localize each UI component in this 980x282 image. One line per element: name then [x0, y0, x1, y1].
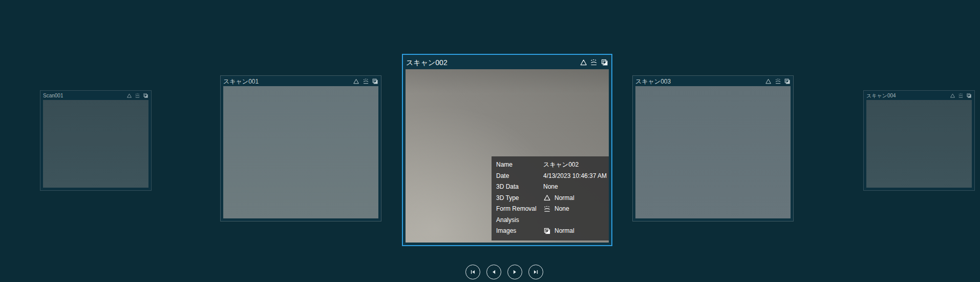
form-removal-icon [958, 93, 964, 98]
previous-button[interactable] [486, 265, 501, 279]
info-value-text: スキャン002 [543, 160, 579, 169]
info-label: Images [496, 227, 543, 234]
info-label: 3D Data [496, 183, 543, 190]
card-header: スキャン002 [406, 58, 608, 66]
3d-type-triangle-icon [765, 78, 772, 85]
card-status-icons [353, 78, 378, 85]
scan-card-scan002-selected[interactable]: スキャン002 Name スキャン002 Date 4/13/2023 10:4… [402, 54, 612, 246]
3d-type-triangle-icon [126, 93, 132, 98]
info-value-text: Normal [555, 194, 574, 202]
card-title: スキャン001 [223, 78, 259, 85]
next-button[interactable] [507, 265, 522, 279]
3d-type-triangle-icon [580, 58, 587, 66]
info-value: None [543, 183, 558, 190]
info-row-3d-type: 3D Type Normal [496, 192, 604, 204]
card-header: スキャン001 [223, 78, 378, 85]
info-value: スキャン002 [543, 160, 579, 169]
form-removal-icon [543, 205, 551, 213]
card-title: スキャン002 [406, 59, 448, 66]
carousel-nav [465, 265, 543, 279]
images-icon [966, 93, 972, 98]
info-value-text: Normal [555, 227, 574, 234]
info-label: Analysis [496, 216, 543, 224]
skip-first-icon [470, 269, 476, 275]
card-header: スキャン003 [635, 78, 791, 85]
scan-thumbnail [43, 100, 148, 188]
info-label: Form Removal [496, 205, 543, 212]
images-icon [372, 78, 378, 85]
info-row-date: Date 4/13/2023 10:46:37 AM [496, 170, 604, 182]
info-value-text: None [543, 183, 558, 190]
3d-type-triangle-icon [353, 78, 359, 85]
skip-first-button[interactable] [465, 265, 480, 279]
3d-type-triangle-icon [950, 93, 955, 98]
next-icon [512, 269, 518, 275]
scan-card-scan003[interactable]: スキャン003 [632, 75, 794, 221]
info-label: 3D Type [496, 194, 543, 202]
previous-icon [491, 269, 497, 275]
form-removal-icon [135, 93, 140, 98]
scan-card-scan001-jp[interactable]: スキャン001 [220, 75, 381, 221]
card-status-icons [765, 78, 791, 85]
scan-card-scan001[interactable]: Scan001 [40, 90, 152, 191]
info-value: None [543, 205, 569, 213]
scan-carousel: Scan001 スキャン001 スキャン002 [0, 0, 980, 282]
scan-thumbnail [866, 100, 972, 188]
card-header: Scan001 [43, 93, 148, 98]
scan-card-scan004[interactable]: スキャン004 [863, 90, 975, 191]
images-icon [543, 227, 551, 235]
card-header: スキャン004 [866, 93, 972, 98]
info-row-images: Images Normal [496, 226, 604, 237]
card-status-icons [126, 93, 148, 98]
info-row-form-removal: Form Removal None [496, 204, 604, 215]
images-icon [143, 93, 148, 98]
info-label: Name [496, 161, 543, 168]
card-title: スキャン004 [866, 93, 896, 98]
skip-last-icon [532, 269, 539, 275]
scan-info-panel: Name スキャン002 Date 4/13/2023 10:46:37 AM … [492, 156, 609, 241]
form-removal-icon [363, 78, 369, 85]
scan-thumbnail [223, 86, 378, 218]
form-removal-icon [590, 58, 598, 66]
images-icon [601, 58, 608, 66]
info-value: 4/13/2023 10:46:37 AM [543, 172, 607, 179]
triangle-icon [543, 194, 551, 202]
skip-last-button[interactable] [528, 265, 543, 279]
images-icon [784, 78, 791, 85]
info-value-text: None [555, 205, 569, 212]
card-title: スキャン003 [635, 78, 671, 85]
info-row-analysis: Analysis [496, 214, 604, 226]
info-row-3d-data: 3D Data None [496, 182, 604, 193]
card-status-icons [950, 93, 972, 98]
info-label: Date [496, 172, 543, 179]
info-value: Normal [543, 227, 574, 235]
card-title: Scan001 [43, 93, 63, 98]
form-removal-icon [775, 78, 781, 85]
card-status-icons [580, 58, 608, 66]
scan-gallery-screen: { "colors": { "background": "#0b2c37", "… [0, 0, 980, 282]
scan-thumbnail [635, 86, 791, 218]
info-row-name: Name スキャン002 [496, 159, 604, 171]
info-value-text: 4/13/2023 10:46:37 AM [543, 172, 607, 179]
info-value: Normal [543, 194, 574, 202]
